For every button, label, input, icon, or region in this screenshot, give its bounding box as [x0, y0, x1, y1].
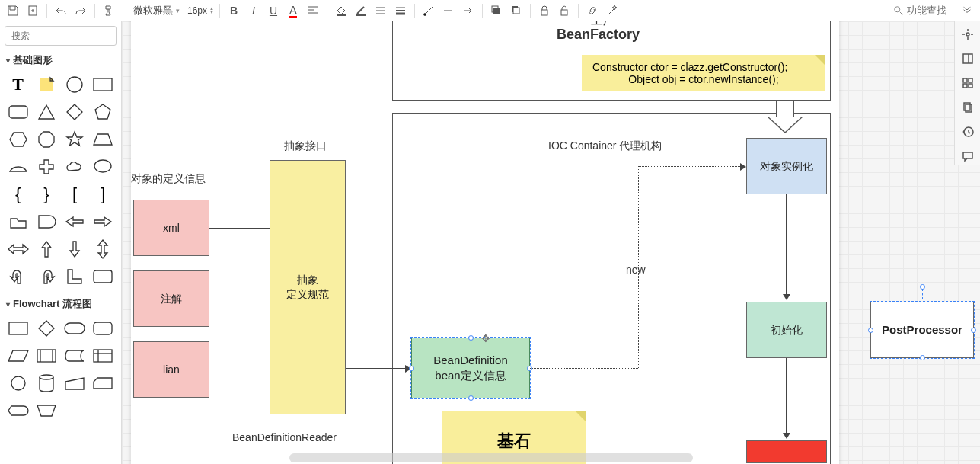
shape-cloud[interactable] — [62, 154, 88, 180]
svg-rect-24 — [94, 350, 112, 362]
fc-decision[interactable] — [33, 315, 59, 341]
shape-trapezoid[interactable] — [90, 126, 117, 152]
unlock-icon[interactable] — [556, 2, 573, 19]
shape-star[interactable] — [62, 126, 88, 152]
shapes-search[interactable] — [5, 26, 117, 46]
fc-card[interactable] — [90, 370, 117, 396]
magic-icon[interactable] — [604, 2, 621, 19]
align-icon[interactable] — [305, 2, 321, 19]
shape-rect[interactable] — [90, 72, 117, 98]
italic-icon[interactable]: I — [245, 2, 262, 19]
line-color-icon[interactable] — [353, 2, 369, 19]
fc-terminator[interactable] — [62, 315, 88, 341]
comment-icon[interactable] — [959, 148, 976, 165]
post-processor-box[interactable]: PostProcessor — [870, 302, 974, 358]
shape-folder[interactable] — [5, 209, 31, 235]
fc-internal[interactable] — [90, 343, 117, 369]
collapse-panel-icon[interactable] — [959, 4, 975, 17]
format-panel-icon[interactable] — [959, 50, 976, 67]
layout-icon[interactable] — [959, 75, 976, 91]
shape-corner[interactable] — [62, 264, 88, 290]
shape-hexagon[interactable] — [5, 126, 31, 152]
canvas[interactable]: 工厂 BeanFactory Constructor ctor = clazz.… — [122, 21, 980, 464]
section-flowchart[interactable]: Flowchart 流程图 — [0, 294, 121, 314]
arrow-start-icon[interactable] — [440, 2, 457, 19]
bold-icon[interactable]: B — [225, 2, 242, 19]
fc-roundrect[interactable] — [90, 315, 117, 341]
fc-display[interactable] — [5, 398, 31, 424]
font-family-select[interactable]: 微软雅黑 ▾ — [129, 4, 184, 18]
red-box[interactable] — [746, 440, 827, 463]
shape-octagon[interactable] — [33, 126, 59, 152]
annotation-box[interactable]: 注解 — [133, 270, 209, 327]
link-icon[interactable] — [584, 2, 601, 19]
line-width-icon[interactable] — [392, 2, 409, 19]
fc-process[interactable] — [5, 315, 31, 341]
undo-icon[interactable] — [53, 2, 69, 19]
shape-triangle[interactable] — [33, 99, 59, 125]
shape-bracket-left[interactable]: [ — [62, 181, 88, 207]
new-page-icon[interactable] — [24, 2, 41, 19]
obj-instantiate-label: 对象实例化 — [760, 159, 813, 174]
shape-brace-left[interactable]: { — [5, 181, 31, 207]
fc-data[interactable] — [5, 343, 31, 369]
shape-brace-right[interactable]: } — [33, 181, 59, 207]
format-painter-icon[interactable] — [101, 2, 117, 19]
history-icon[interactable] — [959, 123, 976, 140]
underline-icon[interactable]: U — [265, 2, 282, 19]
shape-arc[interactable] — [5, 154, 31, 180]
flowchart-shapes-grid — [0, 314, 121, 428]
obj-instantiate-box[interactable]: 对象实例化 — [746, 138, 827, 194]
shape-bracket-right[interactable]: ] — [90, 181, 117, 207]
shapes-search-input[interactable] — [10, 30, 122, 42]
shape-arrow-updown[interactable] — [90, 236, 117, 262]
shape-halfround[interactable] — [33, 209, 59, 235]
xml-box[interactable]: xml — [133, 200, 209, 256]
shape-note[interactable] — [33, 72, 59, 98]
pages-icon[interactable] — [959, 99, 976, 116]
fc-stored[interactable] — [62, 343, 88, 369]
shape-pentagon[interactable] — [90, 99, 117, 125]
shape-diamond[interactable] — [62, 99, 88, 125]
shape-uturn-right[interactable] — [33, 264, 59, 290]
code-note[interactable]: Constructor ctor = clazz.getConstructor(… — [582, 55, 825, 91]
lian-box[interactable]: lian — [133, 341, 209, 398]
shape-uturn-left[interactable] — [5, 264, 31, 290]
fc-predefined[interactable] — [33, 343, 59, 369]
move-cursor-icon: ✥ — [481, 332, 490, 344]
horizontal-scrollbar[interactable] — [289, 453, 693, 462]
arrow-end-icon[interactable] — [460, 2, 477, 19]
to-front-icon[interactable] — [488, 2, 505, 19]
fc-manual-op[interactable] — [33, 398, 59, 424]
shape-arrow-up[interactable] — [33, 236, 59, 262]
font-color-icon[interactable]: A — [285, 2, 302, 19]
redo-icon[interactable] — [72, 2, 89, 19]
fc-connector[interactable] — [5, 370, 31, 396]
function-search[interactable]: 功能查找 — [893, 4, 946, 18]
shape-arrow-left[interactable] — [62, 209, 88, 235]
save-icon[interactable] — [5, 2, 21, 19]
shape-text[interactable]: T — [5, 72, 31, 98]
shape-plus[interactable] — [33, 154, 59, 180]
font-size-select[interactable]: 16px ▲▼ — [187, 5, 214, 16]
line-style-icon[interactable] — [372, 2, 389, 19]
fc-manual-input[interactable] — [62, 370, 88, 396]
bean-definition-box[interactable]: BeanDefinition bean定义信息 — [411, 338, 530, 398]
shape-card[interactable] — [90, 264, 117, 290]
init-box[interactable]: 初始化 — [746, 302, 827, 358]
shape-speech[interactable] — [90, 154, 117, 180]
shape-arrow-both[interactable] — [5, 236, 31, 262]
shape-ellipse[interactable] — [62, 72, 88, 98]
shape-arrow-down[interactable] — [62, 236, 88, 262]
lock-icon[interactable] — [536, 2, 553, 19]
fill-color-icon[interactable] — [333, 2, 350, 19]
connector-icon[interactable] — [420, 2, 437, 19]
section-basic-shapes[interactable]: 基础图形 — [0, 50, 121, 70]
shape-roundrect[interactable] — [5, 99, 31, 125]
abstract-def-box[interactable]: 抽象 定义规范 — [270, 160, 346, 414]
fc-database[interactable] — [33, 370, 59, 396]
to-back-icon[interactable] — [508, 2, 525, 19]
svg-point-3 — [423, 13, 426, 15]
shape-arrow-right[interactable] — [90, 209, 117, 235]
focus-icon[interactable] — [959, 26, 976, 43]
